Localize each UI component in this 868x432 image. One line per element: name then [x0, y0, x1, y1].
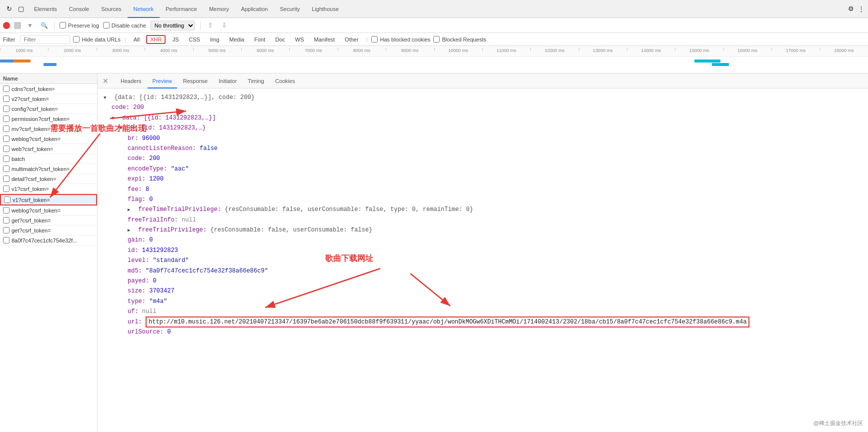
- tab-security[interactable]: Security: [274, 0, 306, 18]
- tab-memory[interactable]: Memory: [203, 0, 235, 18]
- list-item[interactable]: weblog?csrf_token=: [0, 206, 97, 216]
- list-item[interactable]: detail?csrf_token=: [0, 174, 97, 184]
- throttle-select[interactable]: No throttling: [150, 20, 195, 30]
- row-checkbox[interactable]: [4, 196, 11, 203]
- list-item[interactable]: permission?csrf_token=: [0, 114, 97, 124]
- json-key-code2: code:: [128, 155, 149, 162]
- filter-xhr[interactable]: XHR: [146, 35, 166, 44]
- hide-data-urls-text: Hide data URLs: [82, 36, 121, 42]
- row-checkbox[interactable]: [3, 207, 10, 214]
- filter-js[interactable]: JS: [169, 36, 182, 44]
- list-item[interactable]: v1?csrf_token=: [0, 184, 97, 194]
- tab-application[interactable]: Application: [235, 0, 274, 18]
- record-button[interactable]: [3, 22, 10, 29]
- list-item[interactable]: cdns?csrf_token=: [0, 84, 97, 94]
- search-icon[interactable]: 🔍: [39, 20, 49, 30]
- disable-cache-label[interactable]: Disable cache: [103, 22, 146, 28]
- row-checkbox[interactable]: [3, 86, 10, 92]
- close-button[interactable]: ✕: [101, 77, 111, 85]
- list-item[interactable]: 8a0f7c47cec1cfc754e32f...: [0, 236, 97, 246]
- tab-performance[interactable]: Performance: [160, 0, 203, 18]
- filter-all[interactable]: All: [130, 36, 143, 44]
- list-item[interactable]: get?csrf_token=: [0, 216, 97, 226]
- list-item[interactable]: web?csrf_token=: [0, 144, 97, 154]
- expand-freetimetrial[interactable]: [128, 204, 135, 214]
- row-checkbox[interactable]: [3, 136, 10, 142]
- expand-item0[interactable]: [120, 123, 127, 133]
- tab-console[interactable]: Console: [63, 0, 95, 18]
- row-checkbox[interactable]: [3, 116, 10, 122]
- tick-4000: 4000 ms: [145, 48, 193, 56]
- tab-elements[interactable]: Elements: [28, 0, 63, 18]
- row-checkbox[interactable]: [3, 217, 10, 224]
- row-checkbox[interactable]: [3, 106, 10, 112]
- preserve-log-checkbox[interactable]: [60, 22, 66, 28]
- row-checkbox[interactable]: [3, 156, 10, 162]
- filter-input[interactable]: [20, 35, 70, 44]
- tab-headers[interactable]: Headers: [116, 74, 147, 88]
- request-name: v1?csrf_token=: [13, 197, 50, 203]
- tab-cookies[interactable]: Cookies: [270, 74, 300, 88]
- row-checkbox[interactable]: [3, 237, 10, 244]
- json-val-freetimetrial: {resConsumable: false, userConsumable: f…: [225, 206, 473, 213]
- tab-lighthouse[interactable]: Lighthouse: [306, 0, 345, 18]
- blocked-requests-checkbox[interactable]: [433, 36, 440, 42]
- tab-preview[interactable]: Preview: [148, 74, 177, 88]
- row-checkbox[interactable]: [3, 126, 10, 132]
- back-icon[interactable]: ↻: [4, 4, 14, 14]
- filter-manifest[interactable]: Manifest: [311, 36, 339, 44]
- filter-other[interactable]: Other: [341, 36, 362, 44]
- filter-img[interactable]: Img: [207, 36, 223, 44]
- list-item[interactable]: batch: [0, 154, 97, 164]
- list-item[interactable]: weblog?csrf_token=: [0, 134, 97, 144]
- json-val-fee: 8: [146, 186, 149, 193]
- filter-media[interactable]: Media: [226, 36, 248, 44]
- expand-data[interactable]: [112, 113, 119, 123]
- disable-cache-checkbox[interactable]: [103, 22, 110, 28]
- row-checkbox[interactable]: [3, 176, 10, 182]
- list-item[interactable]: v2?csrf_token=: [0, 94, 97, 104]
- tick-18000: 18000 ms: [820, 48, 868, 56]
- row-checkbox[interactable]: [3, 96, 10, 102]
- waterfall-bar-5: [712, 63, 729, 66]
- expand-freetrial[interactable]: [128, 225, 135, 235]
- hide-data-urls-label[interactable]: Hide data URLs: [73, 36, 121, 42]
- filter-doc[interactable]: Doc: [272, 36, 289, 44]
- tick-14000: 14000 ms: [627, 48, 675, 56]
- tab-network[interactable]: Network: [128, 0, 160, 18]
- tab-initiator[interactable]: Initiator: [214, 74, 242, 88]
- json-line-level: level: "standard": [128, 256, 862, 266]
- filter-css[interactable]: CSS: [185, 36, 204, 44]
- tab-timing[interactable]: Timing: [243, 74, 269, 88]
- list-item-selected[interactable]: v1?csrf_token=: [0, 194, 97, 206]
- json-key-encodetype: encodeType:: [128, 166, 171, 172]
- tab-response[interactable]: Response: [178, 74, 213, 88]
- has-blocked-cookies-label[interactable]: Has blocked cookies: [371, 36, 430, 42]
- filter-ws[interactable]: WS: [292, 36, 308, 44]
- upload-icon[interactable]: ⇧: [206, 20, 216, 30]
- row-checkbox[interactable]: [3, 146, 10, 152]
- row-checkbox[interactable]: [3, 186, 10, 192]
- json-key-cannot: cannotListenReason:: [128, 145, 200, 152]
- filter-font[interactable]: Font: [251, 36, 269, 44]
- preserve-log-label[interactable]: Preserve log: [60, 22, 99, 28]
- filter-icon[interactable]: ▼: [25, 20, 35, 30]
- more-icon[interactable]: ⋮: [856, 4, 866, 14]
- dock-icon[interactable]: ▢: [16, 4, 26, 14]
- list-item[interactable]: multimatch?csrf_token=: [0, 164, 97, 174]
- tab-sources[interactable]: Sources: [95, 0, 127, 18]
- row-checkbox[interactable]: [3, 227, 10, 234]
- stop-button[interactable]: [14, 22, 21, 29]
- has-blocked-cookies-checkbox[interactable]: [371, 36, 378, 42]
- request-name: weblog?csrf_token=: [12, 208, 61, 214]
- json-val-level: "standard": [153, 257, 189, 264]
- hide-data-urls-checkbox[interactable]: [73, 36, 80, 42]
- download-icon[interactable]: ⇩: [220, 20, 230, 30]
- list-item[interactable]: config?csrf_token=: [0, 104, 97, 114]
- expand-root[interactable]: [104, 92, 111, 102]
- row-checkbox[interactable]: [3, 166, 10, 172]
- list-item[interactable]: mv?csrf_token=: [0, 124, 97, 134]
- settings-icon[interactable]: ⚙: [846, 4, 856, 14]
- blocked-requests-label[interactable]: Blocked Requests: [433, 36, 486, 42]
- list-item[interactable]: get?csrf_token=: [0, 226, 97, 236]
